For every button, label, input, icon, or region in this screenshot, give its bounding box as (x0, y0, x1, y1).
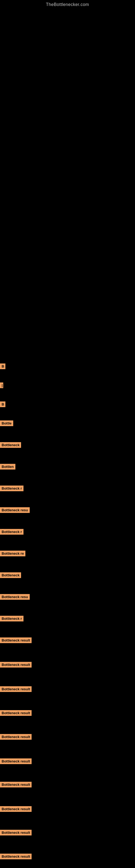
bottleneck-label-23: Bottleneck result (0, 854, 32, 859)
bottleneck-label-10: Bottleneck re (0, 551, 26, 556)
bottleneck-label-17: Bottleneck result (0, 710, 32, 716)
bottleneck-label-2: | (0, 382, 3, 388)
bottleneck-label-16: Bottleneck result (0, 686, 32, 692)
bottleneck-label-3: B (0, 401, 5, 407)
bottleneck-label-18: Bottleneck result (0, 734, 32, 740)
bottleneck-label-21: Bottleneck result (0, 806, 32, 812)
bottleneck-label-6: Bottlen (0, 464, 15, 469)
bottleneck-label-4: Bottle (0, 421, 13, 426)
bottleneck-label-1: B (0, 364, 5, 369)
bottleneck-label-11: Bottleneck (0, 572, 21, 578)
bottleneck-label-15: Bottleneck result (0, 662, 32, 668)
bottleneck-label-13: Bottleneck r (0, 616, 24, 621)
bottleneck-label-7: Bottleneck r (0, 486, 24, 491)
site-title: TheBottlenecker.com (0, 0, 135, 7)
bottleneck-label-14: Bottleneck result (0, 638, 32, 643)
bottleneck-label-20: Bottleneck result (0, 782, 32, 787)
bottleneck-label-9: Bottleneck r (0, 529, 24, 535)
bottleneck-label-19: Bottleneck result (0, 758, 32, 764)
bottleneck-label-12: Bottleneck resu (0, 594, 30, 600)
bottleneck-label-22: Bottleneck result (0, 830, 32, 835)
bottleneck-label-5: Bottleneck (0, 442, 21, 448)
bottleneck-label-8: Bottleneck resu (0, 507, 30, 513)
